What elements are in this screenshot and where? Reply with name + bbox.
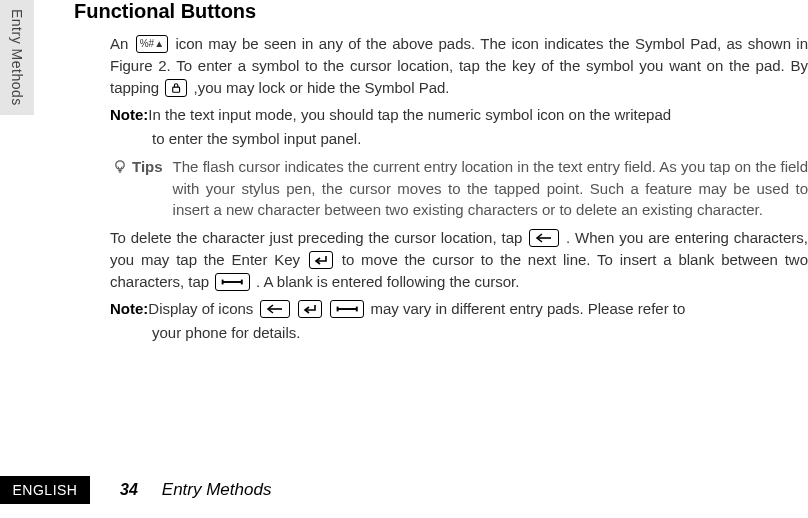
svg-rect-0 [173,87,180,92]
note-1-cont: to enter the symbol input panel. [110,128,808,150]
paragraph-2: To delete the character just preceding t… [110,227,808,292]
lightbulb-icon [110,156,130,221]
body-text: An %#▲ icon may be seen in any of the ab… [56,33,808,344]
space-bar-icon [330,300,364,318]
text: To delete the character just preceding t… [110,229,522,246]
side-tab: Entry Methods [0,0,34,115]
lock-icon-svg [171,82,181,94]
footer-language: ENGLISH [0,476,90,504]
note-text: In the text input mode, you should tap t… [148,104,808,126]
svg-point-1 [116,161,124,169]
section-heading: Functional Buttons [56,0,808,23]
note-2: Note: Display of icons [110,298,808,320]
tips-label: Tips [130,156,173,221]
note-label: Note: [110,298,148,320]
footer-page-number: 34 [90,481,138,499]
footer-section-title: Entry Methods [138,480,272,500]
note-1: Note: In the text input mode, you should… [110,104,808,126]
page-footer: ENGLISH 34 Entry Methods [0,476,808,504]
enter-key-icon [298,300,322,318]
enter-key-icon [309,251,333,269]
text: Display of icons [148,300,253,317]
note-2-cont: your phone for details. [110,322,808,344]
symbol-pad-icon: %#▲ [136,35,168,53]
paragraph-1: An %#▲ icon may be seen in any of the ab… [110,33,808,98]
text: ,you may lock or hide the Symbol Pad. [194,79,450,96]
text: may vary in different entry pads. Please… [370,300,685,317]
lock-icon [165,79,187,97]
text: An [110,35,128,52]
text: . A blank is entered following the curso… [256,273,520,290]
back-arrow-icon [529,229,559,247]
tips-block: Tips The flash cursor indicates the curr… [110,156,808,221]
side-tab-label: Entry Methods [9,9,25,106]
page-content: Functional Buttons An %#▲ icon may be se… [56,0,808,350]
note-label: Note: [110,104,148,126]
icon-glyph: %#▲ [140,39,164,49]
space-bar-icon [215,273,249,291]
back-arrow-icon [260,300,290,318]
note-text: Display of icons [148,298,808,320]
tips-text: The flash cursor indicates the current e… [173,156,808,221]
